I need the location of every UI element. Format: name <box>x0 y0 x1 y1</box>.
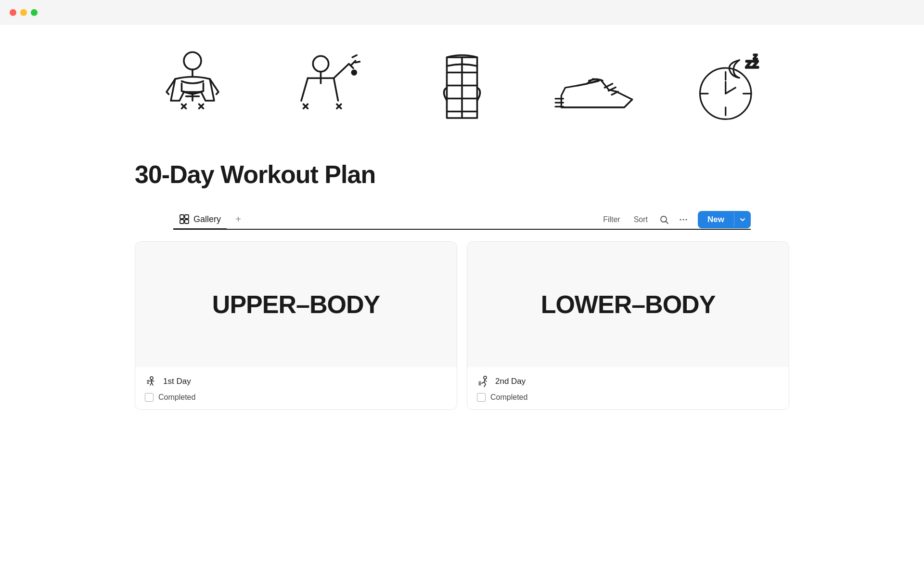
lower-body-day-label: 2nd Day <box>495 377 526 386</box>
lower-body-completed-label: Completed <box>490 393 527 402</box>
filter-button[interactable]: Filter <box>597 212 626 227</box>
lower-body-day-icon <box>477 375 490 388</box>
minimize-button[interactable] <box>20 9 27 16</box>
main-content: ZZ Z 30-Day Workout Plan Gallery <box>0 0 924 421</box>
svg-point-10 <box>352 70 356 75</box>
upper-body-day-label: 1st Day <box>163 377 191 386</box>
upper-body-card-title: UPPER–BODY <box>212 290 380 319</box>
upper-body-completed-checkbox[interactable] <box>145 393 154 402</box>
upper-body-meta-row: 1st Day <box>145 375 447 388</box>
svg-point-0 <box>184 52 201 69</box>
upper-body-card-image: UPPER–BODY <box>135 242 457 367</box>
svg-text:Z: Z <box>753 53 757 61</box>
new-button[interactable]: New <box>698 211 734 228</box>
lower-body-checkbox-row[interactable]: Completed <box>477 393 779 402</box>
add-view-icon: + <box>235 214 241 225</box>
svg-point-50 <box>484 376 487 379</box>
lower-body-completed-checkbox[interactable] <box>477 393 486 402</box>
shoulder-icon-wrapper <box>270 44 385 131</box>
abs-icon-wrapper <box>404 44 520 131</box>
sneaker-icon-wrapper <box>539 44 654 131</box>
lower-body-meta-row: 2nd Day <box>477 375 779 388</box>
page-title-section: 30-Day Workout Plan <box>96 141 828 189</box>
new-button-group: New <box>698 211 751 228</box>
more-icon <box>679 215 688 224</box>
svg-point-39 <box>680 219 681 220</box>
lower-body-card[interactable]: LOWER–BODY <box>467 241 789 410</box>
gallery-tab[interactable]: Gallery <box>173 210 227 230</box>
page-title: 30-Day Workout Plan <box>135 160 789 189</box>
gallery-grid: UPPER–BODY <box>96 230 828 421</box>
toolbar-right: Filter Sort <box>597 211 751 228</box>
sort-button[interactable]: Sort <box>628 212 654 227</box>
svg-point-9 <box>313 56 328 71</box>
filter-label: Filter <box>603 215 620 224</box>
hero-icons-row: ZZ Z <box>96 25 828 141</box>
svg-line-20 <box>591 81 599 83</box>
svg-rect-35 <box>180 220 184 223</box>
chevron-down-icon <box>739 216 746 223</box>
abs-icon <box>419 44 505 131</box>
gallery-grid-icon <box>179 214 190 224</box>
maximize-button[interactable] <box>31 9 38 16</box>
toolbar: Gallery + Filter Sort <box>173 198 751 230</box>
search-icon <box>659 215 669 224</box>
sneaker-icon <box>553 44 640 131</box>
toolbar-container: Gallery + Filter Sort <box>96 189 828 230</box>
close-button[interactable] <box>10 9 16 16</box>
svg-line-45 <box>150 382 152 385</box>
lower-body-card-title: LOWER–BODY <box>541 290 716 319</box>
upper-body-checkbox-row[interactable]: Completed <box>145 393 447 402</box>
svg-line-38 <box>666 221 668 223</box>
add-view-button[interactable]: + <box>231 212 246 227</box>
window-chrome <box>0 0 924 25</box>
upper-body-icon <box>149 44 236 131</box>
svg-rect-34 <box>185 215 189 219</box>
svg-point-41 <box>686 219 687 220</box>
upper-body-card[interactable]: UPPER–BODY <box>135 241 457 410</box>
svg-rect-33 <box>180 215 184 219</box>
upper-body-completed-label: Completed <box>158 393 195 402</box>
toolbar-left: Gallery + <box>173 210 597 229</box>
sleep-timer-icon: ZZ Z <box>688 44 775 131</box>
sort-label: Sort <box>634 215 648 224</box>
upper-body-card-body: 1st Day Completed <box>135 367 457 409</box>
more-options-button[interactable] <box>675 211 692 228</box>
gallery-tab-label: Gallery <box>193 214 221 224</box>
lower-body-card-image: LOWER–BODY <box>467 242 789 367</box>
lower-body-card-body: 2nd Day Completed <box>467 367 789 409</box>
search-button[interactable] <box>655 211 673 228</box>
svg-line-46 <box>152 382 153 385</box>
svg-line-30 <box>726 88 735 93</box>
svg-point-42 <box>150 377 153 380</box>
svg-rect-36 <box>185 220 189 223</box>
sleep-icon-wrapper: ZZ Z <box>674 44 789 131</box>
upper-body-day-icon <box>145 375 158 388</box>
shoulder-icon <box>284 44 371 131</box>
svg-point-40 <box>683 219 684 220</box>
upper-body-icon-wrapper <box>135 44 250 131</box>
new-chevron-button[interactable] <box>734 212 751 227</box>
